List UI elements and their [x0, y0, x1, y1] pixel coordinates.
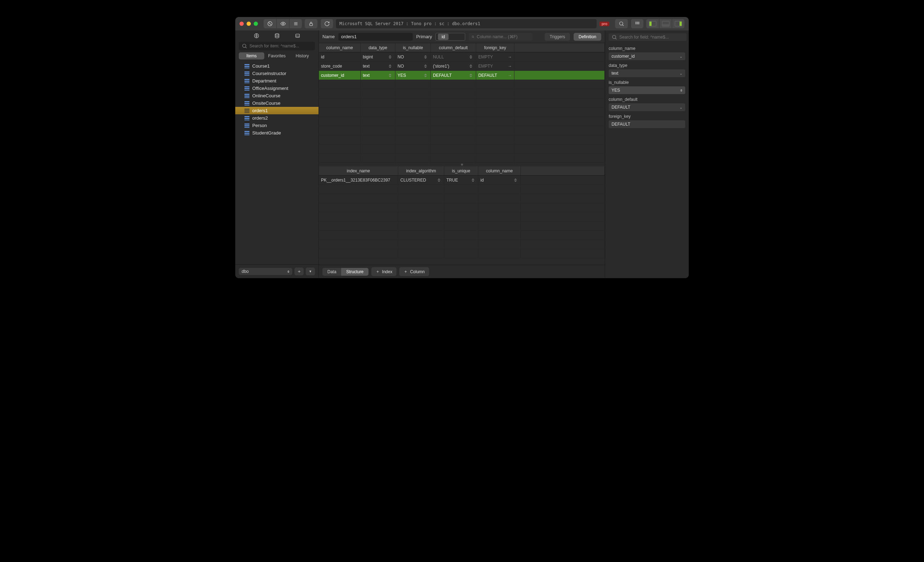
sidebar-item-onlinecourse[interactable]: OnlineCourse [235, 92, 318, 99]
sidebar-item-courseinstructor[interactable]: CourseInstructor [235, 70, 318, 77]
sidebar-item-orders1[interactable]: orders1 [235, 107, 318, 114]
sidebar-item-onsitecourse[interactable]: OnsiteCourse [235, 99, 318, 107]
column-row-empty [319, 154, 605, 163]
triggers-button[interactable]: Triggers [544, 33, 570, 41]
svg-rect-9 [635, 22, 636, 23]
col-header-blank [514, 43, 605, 52]
insp-fk[interactable]: DEFAULT [609, 120, 685, 128]
sidebar-item-department[interactable]: Department [235, 77, 318, 85]
main-pane: Name Primary id Triggers Definition colu… [319, 30, 605, 278]
insp-label-column-name: column_name [609, 46, 685, 51]
eye-icon[interactable] [276, 19, 289, 28]
insp-default[interactable]: DEFAULT⌄ [609, 103, 685, 111]
layout-left-button[interactable] [646, 19, 659, 28]
sidebar-item-orders2[interactable]: orders2 [235, 114, 318, 122]
svg-rect-10 [637, 22, 638, 23]
primary-key-chip: id [438, 34, 448, 40]
table-icon [244, 101, 249, 105]
layout-right-button[interactable] [672, 19, 684, 28]
insp-label-default: column_default [609, 97, 685, 102]
close-window[interactable] [240, 22, 244, 26]
insp-label-nullable: is_nullable [609, 80, 685, 85]
sidebar-item-course1[interactable]: Course1 [235, 62, 318, 70]
col-header-nullable[interactable]: is_nullable [395, 43, 431, 52]
tab-history[interactable]: History [290, 52, 315, 60]
svg-rect-13 [637, 23, 638, 24]
database-icon[interactable] [272, 32, 283, 40]
connection-path: Microsoft SQL Server 2017 : Tono pro : s… [336, 19, 597, 28]
col-header-fk[interactable]: foreign_key [476, 43, 514, 52]
insp-data-type[interactable]: text⌄ [609, 69, 685, 77]
col-header-name[interactable]: column_name [319, 43, 361, 52]
inspector-search-input[interactable] [619, 35, 684, 40]
table-name-input[interactable] [338, 33, 413, 41]
sidebar: SQL Items Favorites History Course1Cours… [235, 30, 319, 278]
connection-icon[interactable] [251, 32, 262, 40]
index-row-empty [319, 203, 605, 212]
insp-label-fk: foreign_key [609, 114, 685, 119]
svg-line-1 [269, 22, 272, 25]
svg-point-19 [275, 34, 279, 35]
column-row[interactable]: store_codetextNO('store1')EMPTY→ [319, 61, 605, 71]
idx-header-col[interactable]: column_name [478, 166, 521, 175]
list-icon[interactable] [289, 19, 302, 28]
idx-header-alg[interactable]: index_algorithm [398, 166, 444, 175]
name-label: Name [322, 34, 335, 39]
column-search[interactable] [469, 33, 532, 41]
structure-tab[interactable]: Structure [341, 268, 369, 276]
sidebar-item-studentgrade[interactable]: StudentGrade [235, 129, 318, 137]
add-item-button[interactable]: ＋ [294, 268, 304, 275]
insp-nullable[interactable]: YES [609, 86, 685, 94]
minimize-window[interactable] [247, 22, 251, 26]
layout-bottom-button[interactable] [659, 19, 672, 28]
table-icon [244, 72, 249, 76]
svg-line-23 [246, 47, 247, 48]
index-row-empty [319, 249, 605, 259]
column-row[interactable]: customer_idtextYESDEFAULTDEFAULT→ [319, 71, 605, 80]
svg-rect-11 [638, 22, 639, 23]
insp-column-name[interactable]: customer_id⌄ [609, 52, 685, 60]
table-icon [244, 94, 249, 98]
add-column-button[interactable]: ＋ Column [399, 267, 429, 276]
svg-point-24 [472, 36, 474, 37]
insp-label-data-type: data_type [609, 63, 685, 68]
refresh-icon[interactable] [320, 19, 333, 28]
table-icon [244, 131, 249, 135]
add-index-button[interactable]: ＋ Index [371, 267, 396, 276]
sql-icon[interactable]: SQL [292, 32, 303, 40]
definition-button[interactable]: Definition [574, 33, 601, 41]
tab-items[interactable]: Items [239, 52, 264, 60]
columns-header: column_name data_type is_nullable column… [319, 43, 605, 52]
data-tab[interactable]: Data [322, 268, 341, 276]
column-row-empty [319, 144, 605, 154]
column-row-empty [319, 108, 605, 117]
sidebar-search[interactable] [239, 42, 315, 50]
lock-icon[interactable] [305, 19, 318, 28]
schema-select[interactable]: dbo [239, 268, 292, 275]
idx-header-unique[interactable]: is_unique [444, 166, 478, 175]
index-row[interactable]: PK__orders1__3213E83F06BC2397CLUSTEREDTR… [319, 176, 605, 185]
more-button[interactable]: ▼ [306, 268, 315, 275]
table-icon [244, 116, 249, 120]
column-search-input[interactable] [477, 34, 530, 39]
sidebar-item-officeassignment[interactable]: OfficeAssignment [235, 85, 318, 92]
zoom-window[interactable] [254, 22, 258, 26]
table-header-bar: Name Primary id Triggers Definition [319, 30, 605, 43]
sidebar-item-person[interactable]: Person [235, 122, 318, 129]
search-icon[interactable] [615, 19, 628, 28]
columns-body: idbigintNONULLEMPTY→store_codetextNO('st… [319, 52, 605, 163]
disconnect-icon[interactable] [264, 19, 276, 28]
tab-favorites[interactable]: Favorites [264, 52, 290, 60]
apps-icon[interactable] [631, 19, 644, 28]
svg-line-27 [615, 38, 616, 39]
sidebar-search-input[interactable] [249, 43, 312, 48]
col-header-default[interactable]: column_default [431, 43, 476, 52]
splitter[interactable] [319, 163, 605, 166]
column-row[interactable]: idbigintNONULLEMPTY→ [319, 52, 605, 61]
inspector-search[interactable] [609, 33, 687, 41]
col-header-type[interactable]: data_type [361, 43, 395, 52]
pro-badge: pro [600, 22, 609, 26]
window-controls [240, 22, 258, 26]
primary-key-field[interactable]: id [435, 33, 465, 41]
idx-header-name[interactable]: index_name [319, 166, 398, 175]
